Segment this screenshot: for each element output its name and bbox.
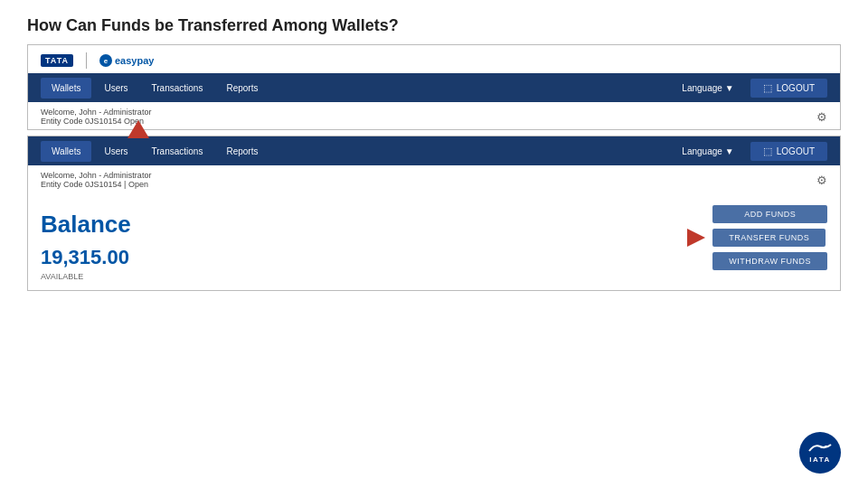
easypay-logo: e easypay xyxy=(99,54,154,67)
top-welcome-text: Welcome, John - Administrator xyxy=(41,108,151,117)
top-info-bar: Welcome, John - Administrator Entity Cod… xyxy=(28,102,840,129)
balance-section: Balance 19,315.00 AVAILABLE ADD FUNDS TR… xyxy=(28,192,840,290)
arrow-right-indicator xyxy=(687,229,705,247)
nav-transactions-top[interactable]: Transactions xyxy=(141,78,214,99)
nav-wallets-top[interactable]: Wallets xyxy=(41,78,91,99)
logout-button-top[interactable]: ⬚ LOGOUT xyxy=(750,79,827,98)
iata-logo: IATA xyxy=(799,432,841,474)
top-panel: TATA e easypay Wallets Users Transaction… xyxy=(27,44,841,130)
page-title: How Can Funds be Transferred Among Walle… xyxy=(0,0,868,44)
logo-bar: TATA e easypay xyxy=(28,45,840,73)
funds-buttons-group: ADD FUNDS TRANSFER FUNDS WITHDRAW FUNDS xyxy=(712,205,827,270)
arrow-up-indicator xyxy=(127,120,149,138)
iata-circle: IATA xyxy=(799,432,841,474)
language-button-top[interactable]: Language ▼ xyxy=(673,80,742,97)
tata-logo-text: TATA xyxy=(41,54,73,67)
bottom-panel: Wallets Users Transactions Reports Langu… xyxy=(27,136,841,291)
bottom-info-bar: Welcome, John - Administrator Entity Cod… xyxy=(28,165,840,192)
settings-icon-bottom[interactable]: ⚙ xyxy=(816,174,827,187)
nav-wallets-bottom[interactable]: Wallets xyxy=(41,141,91,162)
language-label-top: Language xyxy=(682,83,722,93)
nav-reports-top[interactable]: Reports xyxy=(215,78,269,99)
logout-icon-top: ⬚ xyxy=(763,82,772,94)
language-chevron-bottom: ▼ xyxy=(725,146,734,156)
iata-text: IATA xyxy=(809,455,830,464)
bottom-nav-bar: Wallets Users Transactions Reports Langu… xyxy=(28,136,840,165)
withdraw-funds-button[interactable]: WITHDRAW FUNDS xyxy=(712,252,827,270)
logo-divider xyxy=(86,52,87,69)
nav-reports-bottom[interactable]: Reports xyxy=(215,141,269,162)
transfer-funds-button[interactable]: TRANSFER FUNDS xyxy=(712,229,826,247)
nav-users-bottom[interactable]: Users xyxy=(93,141,138,162)
logout-icon-bottom: ⬚ xyxy=(763,145,772,157)
language-label-bottom: Language xyxy=(682,146,722,156)
logout-button-bottom[interactable]: ⬚ LOGOUT xyxy=(750,142,827,161)
nav-transactions-bottom[interactable]: Transactions xyxy=(141,141,214,162)
language-chevron-top: ▼ xyxy=(725,83,734,93)
nav-users-top[interactable]: Users xyxy=(93,78,138,99)
language-button-bottom[interactable]: Language ▼ xyxy=(673,143,742,160)
add-funds-button[interactable]: ADD FUNDS xyxy=(712,205,827,223)
easypay-icon: e xyxy=(99,54,112,67)
top-nav-bar: Wallets Users Transactions Reports Langu… xyxy=(28,73,840,102)
tata-logo: TATA xyxy=(41,54,73,67)
iata-bird-icon xyxy=(807,442,833,455)
logout-label-bottom: LOGOUT xyxy=(777,146,815,156)
bottom-entity-text: Entity Code 0JS10154 | Open xyxy=(41,180,151,189)
settings-icon-top[interactable]: ⚙ xyxy=(816,110,827,124)
easypay-text: easypay xyxy=(115,55,154,66)
balance-label: Balance xyxy=(41,211,827,239)
logout-label-top: LOGOUT xyxy=(777,83,815,93)
bottom-welcome-text: Welcome, John - Administrator xyxy=(41,171,151,180)
balance-sub-label: AVAILABLE xyxy=(41,272,827,281)
bottom-welcome-area: Welcome, John - Administrator Entity Cod… xyxy=(41,171,151,189)
balance-amount: 19,315.00 xyxy=(41,246,827,269)
